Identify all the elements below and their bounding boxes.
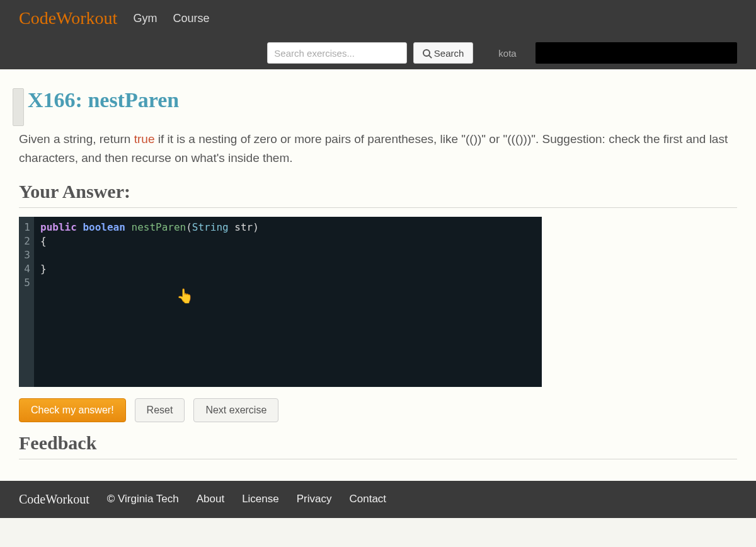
reset-button[interactable]: Reset: [135, 398, 185, 422]
nav-gym[interactable]: Gym: [133, 12, 157, 25]
code-editor[interactable]: 12345 public boolean nestParen(String st…: [19, 217, 542, 387]
prompt-keyword: true: [134, 132, 155, 146]
footer-license[interactable]: License: [242, 493, 279, 505]
exercise-prompt: Given a string, return true if it is a n…: [19, 130, 737, 168]
footer-brand[interactable]: CodeWorkout: [19, 492, 89, 507]
footer: CodeWorkout © Virginia Tech About Licens…: [0, 481, 756, 518]
search-bar: Search kota: [0, 37, 756, 69]
divider: [19, 459, 737, 459]
redacted-region: [536, 42, 737, 64]
editor-code[interactable]: public boolean nestParen(String str){ }: [34, 217, 542, 387]
prompt-text-before: Given a string, return: [19, 132, 134, 146]
footer-privacy[interactable]: Privacy: [297, 493, 332, 505]
search-icon: [423, 49, 430, 57]
footer-copyright: © Virginia Tech: [107, 493, 179, 505]
next-exercise-button[interactable]: Next exercise: [193, 398, 278, 422]
search-button-label: Search: [434, 48, 464, 59]
nav-course[interactable]: Course: [173, 12, 209, 25]
editor-gutter: 12345: [19, 217, 34, 387]
check-answer-button[interactable]: Check my answer!: [19, 398, 126, 422]
answer-heading: Your Answer:: [19, 181, 737, 202]
main-content: X166: nestParen Given a string, return t…: [0, 69, 756, 481]
sidebar-handle[interactable]: [13, 88, 24, 126]
action-buttons: Check my answer! Reset Next exercise: [19, 398, 737, 422]
footer-about[interactable]: About: [197, 493, 224, 505]
divider: [19, 207, 737, 208]
user-hint: kota: [498, 48, 516, 59]
search-button[interactable]: Search: [413, 42, 474, 64]
feedback-heading: Feedback: [19, 432, 737, 454]
footer-contact[interactable]: Contact: [349, 493, 386, 505]
top-nav: CodeWorkout Gym Course: [0, 0, 756, 37]
exercise-title: X166: nestParen: [28, 88, 737, 112]
search-input[interactable]: [267, 42, 406, 64]
brand-logo[interactable]: CodeWorkout: [19, 8, 117, 28]
